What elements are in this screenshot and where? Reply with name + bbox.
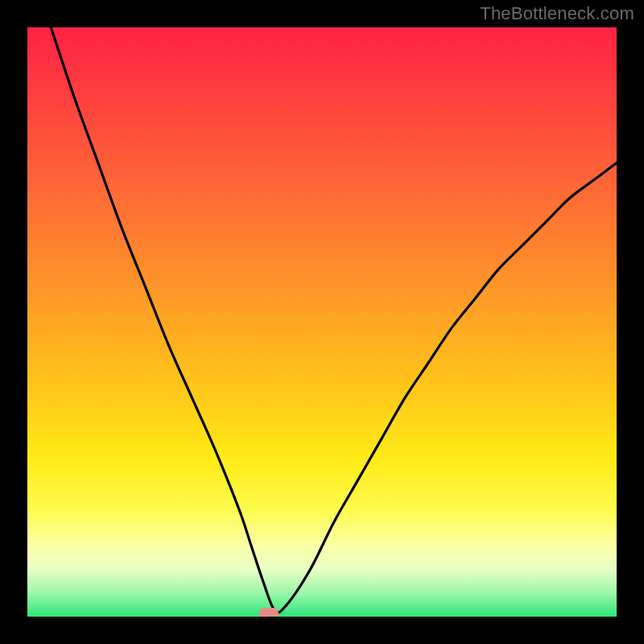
- chart-container: TheBottleneck.com: [0, 0, 644, 644]
- watermark-text: TheBottleneck.com: [480, 3, 634, 24]
- plot-area: [27, 27, 617, 617]
- minimum-marker: [259, 608, 279, 617]
- bottleneck-curve: [27, 27, 617, 617]
